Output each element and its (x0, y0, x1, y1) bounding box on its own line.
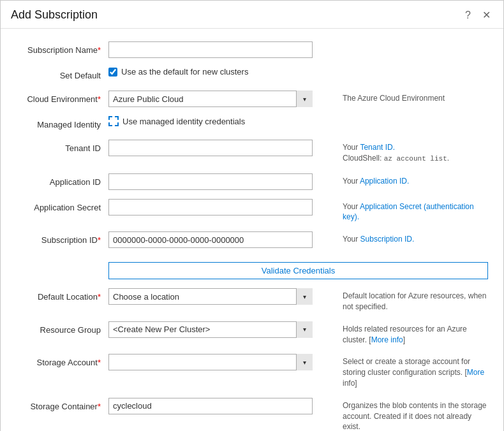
tenant-id-control (108, 140, 335, 156)
dialog-titlebar: Add Subscription ? ✕ (1, 1, 503, 29)
dialog-body: Subscription Name* Set Default Use as th… (1, 29, 503, 431)
managed-identity-label: Managed Identity (16, 116, 108, 131)
validate-credentials-row: Validate Credentials (16, 257, 488, 279)
set-default-checkbox[interactable] (108, 68, 117, 77)
default-location-select[interactable]: Choose a location East US West US North … (108, 288, 313, 305)
application-id-label: Application ID (16, 173, 108, 188)
subscription-name-control (108, 41, 488, 58)
default-location-hint: Default location for Azure resources, wh… (335, 288, 488, 312)
storage-container-input[interactable] (108, 398, 313, 414)
managed-identity-checkbox[interactable] (108, 116, 119, 126)
default-location-control: Choose a location East US West US North … (108, 288, 335, 305)
storage-account-control: ▾ (108, 354, 335, 370)
managed-identity-control: Use managed identity credentials (108, 116, 488, 126)
resource-group-control: <Create New Per Cluster> ▾ (108, 321, 335, 338)
subscription-id-hint: Your Subscription ID. (335, 231, 488, 245)
close-button[interactable]: ✕ (480, 9, 493, 22)
application-secret-hint: Your Application Secret (authentication … (335, 199, 488, 223)
tenant-id-hint: Your Tenant ID. CloudShell: az account l… (335, 140, 488, 164)
cloud-environment-row: Cloud Environment* Azure Public Cloud Az… (16, 91, 488, 107)
managed-identity-checkbox-row: Use managed identity credentials (108, 116, 488, 126)
subscription-id-input[interactable] (108, 231, 313, 248)
storage-account-row: Storage Account* ▾ Select or create a st… (16, 354, 488, 388)
subscription-id-control (108, 231, 335, 248)
resource-group-select-wrapper: <Create New Per Cluster> ▾ (108, 321, 313, 338)
set-default-checkbox-row: Use as the default for new clusters (108, 67, 488, 77)
validate-credentials-button[interactable]: Validate Credentials (108, 262, 488, 279)
tenant-id-row: Tenant ID Your Tenant ID. CloudShell: az… (16, 140, 488, 164)
cloud-environment-hint: The Azure Cloud Environment (335, 91, 488, 104)
storage-container-control (108, 398, 335, 414)
tenant-id-hint-link[interactable]: Tenant ID. (360, 143, 395, 152)
dialog-title: Add Subscription (11, 8, 98, 22)
set-default-label: Set Default (16, 67, 108, 82)
tenant-id-label: Tenant ID (16, 140, 108, 154)
application-id-input[interactable] (108, 173, 313, 190)
cloud-environment-label: Cloud Environment* (16, 91, 108, 105)
resource-group-row: Resource Group <Create New Per Cluster> … (16, 321, 488, 346)
resource-group-hint-link[interactable]: More info (371, 335, 403, 344)
application-id-control (108, 173, 335, 190)
default-location-label: Default Location* (16, 288, 108, 303)
application-id-hint: Your Application ID. (335, 173, 488, 187)
application-id-row: Application ID Your Application ID. (16, 173, 488, 190)
application-secret-label: Application Secret (16, 199, 108, 214)
storage-container-row: Storage Container* Organizes the blob co… (16, 398, 488, 431)
subscription-name-row: Subscription Name* (16, 41, 488, 58)
add-subscription-dialog: Add Subscription ? ✕ Subscription Name* … (0, 0, 504, 431)
resource-group-label: Resource Group (16, 321, 108, 336)
application-id-hint-link[interactable]: Application ID. (360, 177, 409, 186)
resource-group-hint: Holds related resources for an Azure clu… (335, 321, 488, 346)
set-default-control: Use as the default for new clusters (108, 67, 488, 77)
subscription-id-label: Subscription ID* (16, 231, 108, 246)
application-secret-hint-link[interactable]: Application Secret (authentication key). (343, 202, 474, 222)
default-location-row: Default Location* Choose a location East… (16, 288, 488, 312)
cloud-environment-select[interactable]: Azure Public Cloud Azure China Cloud Azu… (108, 91, 313, 107)
application-secret-row: Application Secret Your Application Secr… (16, 199, 488, 223)
storage-container-label: Storage Container* (16, 398, 108, 413)
help-button[interactable]: ? (463, 9, 473, 22)
set-default-row: Set Default Use as the default for new c… (16, 67, 488, 82)
tenant-id-input[interactable] (108, 140, 313, 156)
storage-container-hint: Organizes the blob contents in the stora… (335, 398, 488, 431)
managed-identity-checkbox-label: Use managed identity credentials (122, 117, 245, 126)
storage-account-hint-link[interactable]: More (467, 368, 484, 377)
resource-group-select[interactable]: <Create New Per Cluster> (108, 321, 313, 338)
storage-account-hint: Select or create a storage account for s… (335, 354, 488, 388)
default-location-select-wrapper: Choose a location East US West US North … (108, 288, 313, 305)
subscription-id-row: Subscription ID* Your Subscription ID. (16, 231, 488, 248)
set-default-checkbox-label: Use as the default for new clusters (121, 67, 248, 77)
storage-account-label: Storage Account* (16, 354, 108, 369)
application-secret-input[interactable] (108, 199, 313, 216)
managed-identity-row: Managed Identity Use managed identity cr… (16, 116, 488, 131)
storage-account-select[interactable] (108, 354, 313, 370)
application-secret-control (108, 199, 335, 216)
subscription-name-input[interactable] (108, 41, 313, 58)
subscription-id-hint-link[interactable]: Subscription ID. (360, 235, 415, 244)
cloud-environment-select-wrapper: Azure Public Cloud Azure China Cloud Azu… (108, 91, 313, 107)
storage-account-select-wrapper: ▾ (108, 354, 313, 370)
cloud-environment-control: Azure Public Cloud Azure China Cloud Azu… (108, 91, 335, 107)
subscription-name-label: Subscription Name* (16, 41, 108, 56)
dialog-controls: ? ✕ (463, 9, 493, 22)
